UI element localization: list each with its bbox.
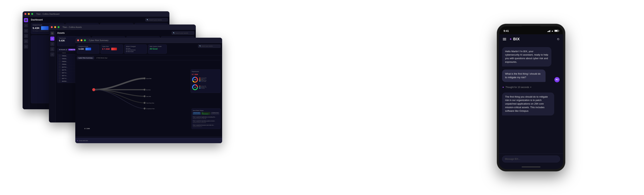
close-dot [24, 13, 26, 15]
search-bar[interactable]: 🔍 Search your assets [172, 31, 194, 35]
row-checkbox[interactable] [59, 72, 60, 74]
row-checkbox[interactable] [59, 61, 60, 62]
row-checkbox[interactable] [59, 78, 60, 79]
row-checkbox[interactable] [59, 55, 60, 57]
donut2-value: 119 [194, 87, 196, 88]
row-checkbox[interactable] [59, 64, 60, 65]
chat-bix-left: ✦ Chat with BIX [77, 140, 88, 141]
tab-ctem[interactable]: CTEM Birds Eye [95, 57, 109, 59]
bix-sparkle-icon: ✦ [509, 37, 512, 41]
svg-point-6 [144, 102, 146, 104]
titlebar-assets: Titan - Collins Assets [49, 25, 196, 30]
dashboard-header: Dashboard 🔍 Search your assets [31, 18, 168, 22]
sidebar: ⬛ ◻ ◻ ◻ ◻ [49, 30, 56, 122]
thought-indicator[interactable]: ✦ Thought for 10 seconds ▾ [502, 85, 560, 90]
checkbox-col [59, 52, 61, 54]
cyber-risk-content: Analyzed Assets 9.43K Cyber Risk $ 7.35M… [75, 43, 222, 143]
cr-whats-changed: What's Changed No Fixes No New Exposures… [124, 45, 147, 54]
metric-value: 9.43K [32, 27, 40, 30]
chat-bix-bar[interactable]: ✦ Chat with BIX × [75, 138, 222, 143]
user-avatar: MJ [554, 77, 560, 82]
sidebar-reports[interactable]: ◻ [24, 39, 28, 43]
sidebar-alerts[interactable]: ◻ [50, 47, 54, 51]
donut-row-2: 119 Critical 56 Medium 25 Low 38 [192, 84, 219, 90]
tag-inprogress: IN PROGRESS [201, 112, 210, 115]
svg-point-5 [144, 95, 146, 97]
changed-1: No Fixes [126, 48, 145, 49]
donut1-value: 7.05K [194, 79, 196, 80]
svg-point-7 [144, 108, 146, 109]
row-checkbox[interactable] [59, 75, 60, 76]
chat-bix-label: Chat with BIX [79, 140, 88, 141]
expand-dot [58, 26, 60, 28]
message-question: What is the first thing I should do to m… [502, 70, 546, 82]
chat-messages: Hello Martin! I'm BIX, your cybersecurit… [499, 44, 563, 153]
row-checkbox[interactable] [59, 80, 60, 82]
message-outgoing-wrapper: What is the first thing I should do to m… [502, 70, 553, 82]
window-cyber-risk: Cyber Risk Summary Analyzed Assets 9.43K… [75, 38, 222, 143]
sidebar-reports[interactable]: ◻ [50, 52, 54, 57]
row-checkbox[interactable] [59, 69, 60, 71]
sidebar-home[interactable]: ⬛ [24, 18, 28, 22]
tab-container: Cyber Risk Summary CTEM Birds Eye [75, 55, 222, 62]
svg-text:Third Party Risk: Third Party Risk [146, 102, 154, 104]
edit-button[interactable]: ⎋ [557, 37, 559, 41]
expand-dot [84, 39, 86, 41]
metric-label: What's Changed [126, 46, 145, 47]
cyber-risk-body: $ 7.35M [75, 62, 222, 137]
message-text-greeting: Hello Martin! I'm BIX, your cybersecurit… [505, 50, 548, 64]
row-checkbox[interactable] [59, 58, 60, 59]
sidebar-assets[interactable]: ◻ [50, 37, 54, 41]
donut2-legend: Critical 56 Medium 25 Low 38 [199, 86, 206, 89]
sidebar-risk[interactable]: ◻ [24, 29, 28, 33]
sidebar-risk[interactable]: ◻ [50, 42, 54, 46]
svg-point-3 [144, 77, 146, 79]
svg-text:Compliance Risk: Compliance Risk [146, 108, 155, 109]
nbs-item-2: Patch unpatched operating systems (inclu… [193, 120, 219, 124]
hamburger-line-2 [503, 39, 506, 39]
chat-bix-close-btn[interactable]: × [220, 140, 221, 141]
sidebar-alerts[interactable]: ◻ [24, 34, 28, 38]
window-title: Titan - Collins Dashboard [36, 13, 60, 15]
expand-dot [31, 13, 33, 15]
thought-text: Thought for 10 seconds [506, 86, 529, 89]
asset-bar [86, 48, 91, 50]
tag-completed: COMPLETED [211, 112, 219, 115]
input-placeholder: Message BIX... [505, 158, 520, 160]
cyber-risk-metrics: Analyzed Assets 9.43K Cyber Risk $ 7.35M… [75, 43, 222, 55]
signal-bar-3 [549, 31, 550, 32]
search-bar[interactable]: 🔍 Search your assets [145, 18, 168, 22]
sidebar-assets[interactable]: ◻ [24, 23, 28, 28]
chat-header: ✦ BIX ⎋ [499, 34, 563, 44]
minimize-dot [54, 26, 56, 28]
titlebar-cyber-risk: Cyber Risk Summary [75, 38, 222, 43]
hamburger-line-1 [503, 38, 506, 39]
cr-cyber-risk: Cyber Risk $ 7.35M [100, 45, 123, 54]
search-bar[interactable]: 🔍 Search your assets [198, 45, 221, 48]
total-risk-label: $ 7.35M [84, 128, 90, 129]
signal-bar-2 [548, 31, 549, 32]
row-checkbox[interactable] [59, 66, 60, 68]
menu-button[interactable] [503, 38, 506, 40]
donut-1: 7.05K [192, 77, 198, 83]
sidebar-home[interactable]: ⬛ [50, 31, 54, 35]
close-dot [77, 39, 79, 41]
cr-baito-health: Baito System Health All Good [148, 45, 167, 54]
chat-input-area: Message BIX... [499, 153, 563, 165]
exposures-title: Exposures [192, 71, 219, 72]
sidebar-settings[interactable]: ◻ [24, 45, 28, 49]
message-text-question: What is the first thing I should do to m… [505, 72, 541, 79]
window-title: Titan - Collins Assets [62, 26, 82, 28]
bix-name-label: BIX [513, 37, 520, 41]
metric-value: 9.43K [78, 48, 84, 50]
minimize-dot [28, 13, 30, 15]
screenshots-area: Titan - Collins Dashboard ⬛ ◻ ◻ ◻ ◻ ◻ Da… [0, 0, 395, 195]
chat-input[interactable]: Message BIX... [502, 156, 560, 162]
phone-notch [522, 26, 540, 31]
bix-logo: ✦ BIX [509, 37, 520, 41]
tab-cyber-risk[interactable]: Cyber Risk Summary [77, 57, 94, 59]
wifi-icon: ▲ [551, 30, 554, 32]
nbs-panel: Next Best Steps PROPOSED IN PROGRESS COM… [192, 108, 221, 129]
spacer [168, 45, 197, 54]
assets-header: Assets 🔍 Search your assets [57, 31, 194, 35]
